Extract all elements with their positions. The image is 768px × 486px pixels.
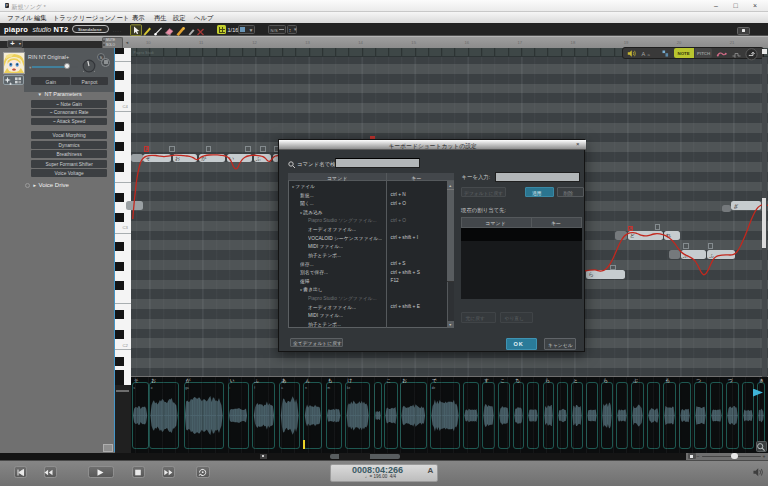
svg-text:a: a bbox=[648, 52, 651, 57]
svg-text:A: A bbox=[642, 51, 646, 57]
